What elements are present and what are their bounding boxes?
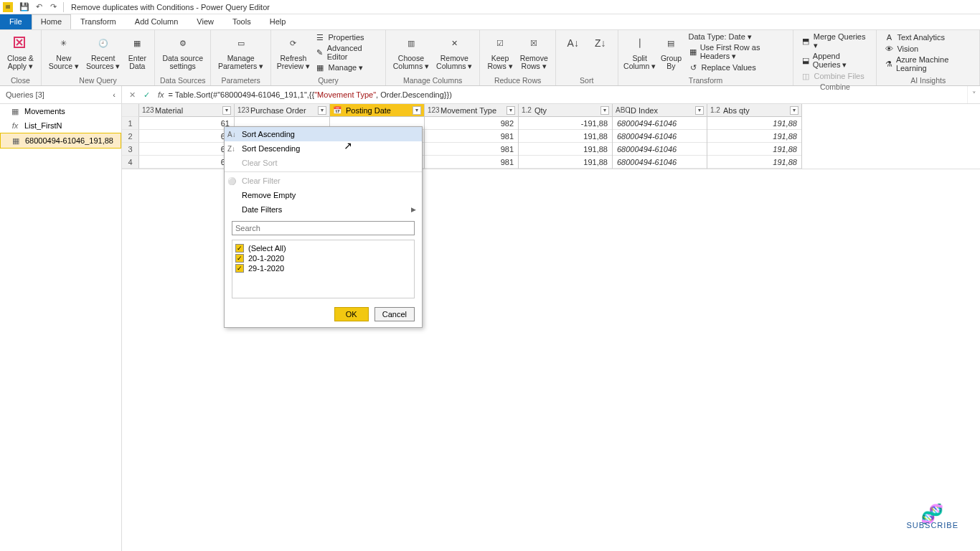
merge-queries-button[interactable]: ⬒Merge Queries ▾ bbox=[798, 32, 872, 51]
sort-ascending-item[interactable]: A↓Sort Ascending bbox=[225, 127, 422, 141]
row-header[interactable]: 1 bbox=[122, 117, 139, 130]
formula-cancel-icon[interactable]: ✕ bbox=[125, 88, 139, 102]
data-cell[interactable]: 191,88 bbox=[707, 117, 801, 130]
column-filter-dropdown-icon[interactable]: ▾ bbox=[413, 106, 421, 115]
data-cell[interactable]: 68000494-61046 bbox=[613, 117, 707, 130]
text-analytics-button[interactable]: AText Analytics bbox=[881, 32, 975, 43]
properties-button[interactable]: ☰Properties bbox=[312, 32, 380, 43]
data-cell[interactable]: 61 bbox=[139, 117, 234, 130]
manage-button[interactable]: ▦Manage ▾ bbox=[312, 62, 380, 73]
data-cell[interactable]: 191,88 bbox=[519, 156, 612, 169]
date-filters-item[interactable]: Date Filters▶ bbox=[225, 202, 422, 217]
column-header[interactable]: ABCID Index▾ bbox=[613, 104, 707, 117]
data-type-icon[interactable]: ABC bbox=[616, 106, 627, 114]
formula-commit-icon[interactable]: ✓ bbox=[139, 88, 154, 102]
data-cell[interactable]: 191,88 bbox=[707, 143, 801, 156]
column-header[interactable]: 123Movement Type▾ bbox=[425, 104, 518, 117]
redo-icon[interactable]: ↷ bbox=[47, 1, 59, 13]
column-header[interactable]: 123Material▾ bbox=[139, 104, 234, 117]
row-header[interactable]: 4 bbox=[122, 156, 139, 169]
query-item[interactable]: fxList_FirstN bbox=[0, 118, 121, 133]
data-cell[interactable]: 981 bbox=[425, 156, 518, 169]
data-cell[interactable]: 61 bbox=[139, 130, 234, 143]
query-item[interactable]: ▦68000494-61046_191,88 bbox=[0, 133, 121, 149]
data-cell[interactable]: 61 bbox=[139, 156, 234, 169]
row-header[interactable]: 2 bbox=[122, 130, 139, 143]
collapse-queries-icon[interactable]: ‹ bbox=[113, 90, 116, 99]
remove-columns-button[interactable]: ✕Remove Columns ▾ bbox=[433, 32, 475, 75]
value-checkbox[interactable]: ✓20-1-2020 bbox=[235, 253, 411, 263]
select-all-checkbox[interactable]: ✓(Select All) bbox=[235, 243, 411, 253]
keep-rows-button[interactable]: ☑Keep Rows ▾ bbox=[484, 32, 515, 75]
column-header[interactable]: 1.2Abs qty▾ bbox=[707, 104, 801, 117]
cancel-button[interactable]: Cancel bbox=[374, 307, 415, 321]
column-filter-dropdown-icon[interactable]: ▾ bbox=[695, 106, 704, 115]
column-header[interactable]: 📅Posting Date▾ bbox=[330, 104, 424, 117]
data-cell[interactable]: 68000494-61046 bbox=[613, 143, 707, 156]
data-cell[interactable]: 191,88 bbox=[707, 130, 801, 143]
data-cell[interactable]: 981 bbox=[425, 130, 518, 143]
data-cell[interactable]: 191,88 bbox=[519, 130, 612, 143]
data-cell[interactable]: 61 bbox=[139, 143, 234, 156]
split-column-button[interactable]: ⎮Split Column ▾ bbox=[623, 32, 657, 75]
data-type-icon[interactable]: 1.2 bbox=[522, 106, 533, 114]
fx-icon[interactable]: fx bbox=[158, 90, 164, 99]
enter-data-button[interactable]: ▦Enter Data bbox=[124, 32, 150, 75]
data-cell[interactable]: 191,88 bbox=[707, 156, 801, 169]
data-cell[interactable]: 68000494-61046 bbox=[613, 156, 707, 169]
formula-expand-icon[interactable]: ˅ bbox=[967, 86, 980, 103]
data-cell[interactable]: 191,88 bbox=[519, 143, 612, 156]
sort-desc-button[interactable]: Z↓ bbox=[588, 32, 613, 75]
tab-transform[interactable]: Transform bbox=[71, 14, 126, 29]
column-header[interactable]: 123Purchase Order▾ bbox=[235, 104, 329, 117]
data-type-icon[interactable]: 123 bbox=[237, 106, 249, 114]
column-filter-dropdown-icon[interactable]: ▾ bbox=[600, 106, 609, 115]
replace-values-button[interactable]: ↺Replace Values bbox=[685, 62, 788, 73]
group-by-button[interactable]: ▤Group By bbox=[658, 32, 684, 75]
choose-columns-button[interactable]: ▥Choose Columns ▾ bbox=[390, 32, 432, 75]
tab-help[interactable]: Help bbox=[260, 14, 296, 29]
data-type-icon[interactable]: 123 bbox=[142, 106, 154, 114]
advanced-editor-button[interactable]: ✎Advanced Editor bbox=[312, 43, 380, 62]
sort-descending-item[interactable]: Z↓Sort Descending bbox=[225, 141, 422, 156]
remove-rows-button[interactable]: ☒Remove Rows ▾ bbox=[517, 32, 551, 75]
row-header[interactable]: 3 bbox=[122, 143, 139, 156]
tab-add-column[interactable]: Add Column bbox=[126, 14, 188, 29]
column-header[interactable]: 1.2Qty▾ bbox=[519, 104, 612, 117]
remove-empty-item[interactable]: Remove Empty bbox=[225, 188, 422, 202]
query-item[interactable]: ▦Movements bbox=[0, 104, 121, 118]
column-filter-dropdown-icon[interactable]: ▾ bbox=[507, 106, 515, 115]
formula-input[interactable]: = Table.Sort(#"68000494-61046_191,1",{{"… bbox=[169, 90, 964, 100]
column-filter-dropdown-icon[interactable]: ▾ bbox=[790, 106, 798, 115]
azure-ml-button[interactable]: ⚗Azure Machine Learning bbox=[881, 55, 975, 73]
manage-parameters-button[interactable]: ▭Manage Parameters ▾ bbox=[215, 32, 266, 75]
new-source-button[interactable]: ✳New Source ▾ bbox=[46, 32, 82, 75]
tab-home[interactable]: Home bbox=[32, 14, 71, 29]
column-filter-dropdown-icon[interactable]: ▾ bbox=[222, 106, 231, 115]
data-cell[interactable]: -191,88 bbox=[519, 117, 612, 130]
save-icon[interactable]: 💾 bbox=[19, 1, 30, 13]
value-checkbox[interactable]: ✓29-1-2020 bbox=[235, 263, 411, 273]
data-cell[interactable]: 981 bbox=[425, 143, 518, 156]
column-filter-dropdown-icon[interactable]: ▾ bbox=[318, 106, 326, 115]
combine-files-button[interactable]: ◫Combine Files bbox=[798, 70, 872, 82]
ok-button[interactable]: OK bbox=[334, 307, 369, 321]
vision-button[interactable]: 👁Vision bbox=[881, 43, 975, 55]
tab-tools[interactable]: Tools bbox=[223, 14, 260, 29]
filter-search-input[interactable] bbox=[232, 221, 415, 235]
tab-file[interactable]: File bbox=[0, 14, 32, 29]
tab-view[interactable]: View bbox=[187, 14, 223, 29]
append-queries-button[interactable]: ⬓Append Queries ▾ bbox=[798, 51, 872, 70]
data-source-settings-button[interactable]: ⚙Data source settings bbox=[159, 32, 206, 75]
first-row-headers-button[interactable]: ▦Use First Row as Headers ▾ bbox=[685, 42, 788, 62]
recent-sources-button[interactable]: 🕘Recent Sources ▾ bbox=[83, 32, 123, 75]
select-all-corner[interactable] bbox=[122, 104, 139, 117]
data-type-icon[interactable]: 123 bbox=[428, 106, 439, 114]
undo-icon[interactable]: ↶ bbox=[33, 1, 44, 13]
data-type-icon[interactable]: 1.2 bbox=[710, 106, 722, 114]
data-type-icon[interactable]: 📅 bbox=[333, 106, 344, 114]
data-type-button[interactable]: Data Type: Date ▾ bbox=[685, 32, 788, 42]
close-apply-button[interactable]: Close & Apply ▾ bbox=[4, 32, 37, 75]
data-cell[interactable]: 68000494-61046 bbox=[613, 130, 707, 143]
data-cell[interactable]: 982 bbox=[425, 117, 518, 130]
